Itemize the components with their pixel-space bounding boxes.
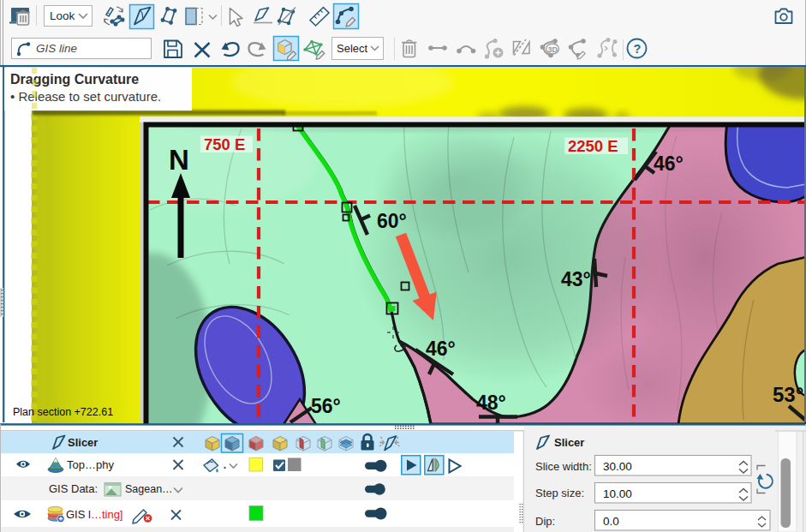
- svg-text:3D: 3D: [548, 45, 558, 54]
- svg-text:Dip:: Dip:: [535, 515, 555, 528]
- svg-text:46°: 46°: [654, 152, 684, 175]
- svg-text:56°: 56°: [311, 395, 341, 417]
- svg-text:Look: Look: [50, 9, 75, 22]
- svg-text:GIS line: GIS line: [36, 42, 77, 55]
- svg-text:?: ?: [634, 42, 642, 56]
- svg-text:Slice width:: Slice width:: [535, 460, 592, 473]
- svg-text:30.00: 30.00: [603, 460, 632, 473]
- svg-text:GIS Data:: GIS Data:: [49, 482, 98, 495]
- svg-text:10.00: 10.00: [603, 487, 632, 500]
- svg-text:750 E: 750 E: [204, 135, 245, 153]
- svg-text:0.0: 0.0: [603, 515, 619, 528]
- svg-text:2250 E: 2250 E: [568, 137, 618, 155]
- svg-text:Slicer: Slicer: [554, 436, 584, 449]
- svg-text:48°: 48°: [476, 392, 506, 414]
- svg-text:60°: 60°: [377, 210, 407, 232]
- svg-text:GIS l…ting]: GIS l…ting]: [66, 508, 122, 521]
- svg-text:Select: Select: [337, 42, 368, 55]
- svg-text:Slicer: Slicer: [68, 436, 98, 449]
- svg-text:46°: 46°: [426, 338, 456, 360]
- svg-text:43°: 43°: [561, 268, 591, 290]
- svg-text:Top…phy: Top…phy: [67, 458, 114, 471]
- svg-text:Step size:: Step size:: [535, 487, 584, 499]
- svg-text:Sagean…: Sagean…: [125, 483, 173, 495]
- svg-text:53°: 53°: [773, 383, 803, 406]
- svg-text:N: N: [169, 144, 189, 176]
